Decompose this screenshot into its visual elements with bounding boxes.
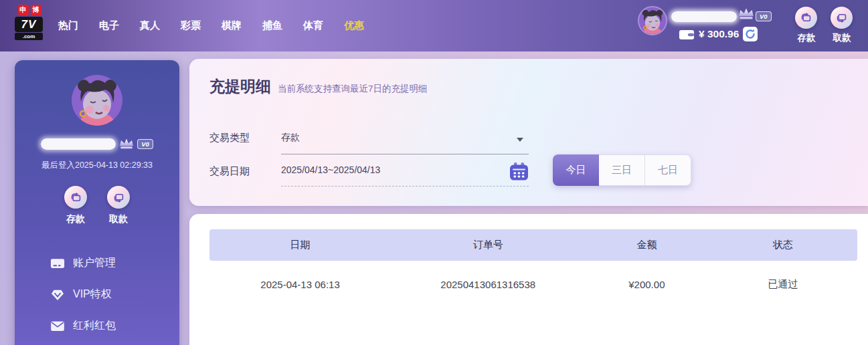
page-title: 充提明细 xyxy=(209,76,271,97)
top-navbar: 申 博 7V .com 热门 电子 真人 彩票 棋牌 捕鱼 体育 优惠 xyxy=(0,0,868,51)
sidebar-item-label: VIP特权 xyxy=(73,288,112,302)
sidebar-item-label: 账户管理 xyxy=(73,256,116,270)
table-row: 2025-04-13 06:13 20250413061316538 ¥200.… xyxy=(209,261,857,308)
deposit-icon xyxy=(800,11,812,24)
sidebar-item-vip[interactable]: VIP特权 xyxy=(15,279,179,310)
tab-three-days[interactable]: 三日 xyxy=(599,154,645,186)
deposit-label: 存款 xyxy=(66,213,85,225)
nav-item-hot[interactable]: 热门 xyxy=(58,19,78,32)
withdraw-button-sidebar[interactable]: 取款 xyxy=(107,186,130,225)
header-amount: 金额 xyxy=(585,239,708,251)
wallet-icon xyxy=(679,29,695,40)
deposit-button-top[interactable] xyxy=(795,7,817,29)
row-date: 2025-04-13 06:13 xyxy=(209,279,391,290)
nav-item-slots[interactable]: 电子 xyxy=(99,19,119,32)
withdraw-button-label: 取款 xyxy=(822,32,862,44)
brand-badge-right: 博 xyxy=(31,5,41,15)
main-nav: 热门 电子 真人 彩票 棋牌 捕鱼 体育 优惠 xyxy=(58,0,364,51)
avatar-image xyxy=(639,7,666,34)
red-envelope-icon xyxy=(50,320,65,332)
brand-logo[interactable]: 申 博 7V .com xyxy=(15,5,44,40)
card-icon xyxy=(50,257,65,269)
row-status: 已通过 xyxy=(708,278,857,291)
transaction-type-label: 交易类型 xyxy=(209,132,250,144)
username-redacted xyxy=(41,138,116,150)
nav-item-promos[interactable]: 优惠 xyxy=(344,19,364,32)
deposit-button-sidebar[interactable]: 存款 xyxy=(64,186,87,225)
withdraw-label: 取款 xyxy=(109,213,128,225)
deposit-button-label: 存款 xyxy=(786,32,827,44)
table-header-row: 日期 订单号 金额 状态 xyxy=(209,229,857,261)
nav-item-live[interactable]: 真人 xyxy=(140,19,160,32)
page: 申 博 7V .com 热门 电子 真人 彩票 棋牌 捕鱼 体育 优惠 xyxy=(0,0,868,345)
nav-item-fishing[interactable]: 捕鱼 xyxy=(262,19,282,32)
calendar-icon[interactable] xyxy=(509,162,529,181)
refresh-balance-button[interactable] xyxy=(743,27,758,41)
row-amount: ¥200.00 xyxy=(585,279,708,290)
sidebar-quick-actions: 存款 取款 xyxy=(15,186,179,225)
sidebar-item-account[interactable]: 账户管理 xyxy=(15,247,179,279)
crown-icon xyxy=(737,7,755,20)
records-panel: 日期 订单号 金额 状态 2025-04-13 06:13 2025041306… xyxy=(189,214,868,345)
crown-icon xyxy=(118,138,135,150)
sidebar-user-row: V0 xyxy=(15,138,179,150)
last-login-text: 最后登入2025-04-13 02:29:33 xyxy=(15,160,179,171)
balance-row: ¥ 300.96 xyxy=(679,27,758,41)
username-redacted xyxy=(671,11,737,22)
sidebar-item-bonus[interactable]: 红利红包 xyxy=(15,310,179,342)
vip-level-badge: V0 xyxy=(137,139,153,149)
tab-today[interactable]: 今日 xyxy=(553,154,599,186)
logo-suffix: .com xyxy=(15,33,43,40)
transaction-date-value: 2025/04/13~2025/04/13 xyxy=(281,164,380,175)
transaction-type-value: 存款 xyxy=(281,132,300,144)
nav-item-lottery[interactable]: 彩票 xyxy=(181,19,201,32)
transaction-date-label: 交易日期 xyxy=(209,165,250,178)
sidebar: V0 最后登入2025-04-13 02:29:33 存款 xyxy=(15,60,179,345)
nav-item-cards[interactable]: 棋牌 xyxy=(222,19,242,32)
balance-amount: ¥ 300.96 xyxy=(699,28,739,40)
date-range-tabs: 今日 三日 七日 xyxy=(553,154,691,186)
header-date: 日期 xyxy=(209,239,391,251)
header-status: 状态 xyxy=(708,239,857,251)
brand-badge-left: 申 xyxy=(18,5,29,15)
sidebar-menu: 账户管理 VIP特权 红利红包 xyxy=(15,247,179,342)
nav-item-sports[interactable]: 体育 xyxy=(303,19,323,32)
vip-level-badge: V0 xyxy=(756,11,772,21)
refresh-icon xyxy=(745,29,756,39)
transaction-type-select[interactable]: 存款 xyxy=(281,126,529,154)
withdraw-icon xyxy=(835,11,848,24)
logo-text: 7V xyxy=(15,17,43,32)
tab-seven-days[interactable]: 七日 xyxy=(645,154,691,186)
avatar-image xyxy=(72,75,122,126)
filters-panel: 充提明细 当前系统支持查询最近7日的充提明细 交易类型 存款 交易日期 2025… xyxy=(189,59,868,206)
transaction-date-input[interactable]: 2025/04/13~2025/04/13 xyxy=(281,159,529,187)
header-order-number: 订单号 xyxy=(391,239,585,251)
deposit-icon xyxy=(64,186,87,209)
page-header: 充提明细 当前系统支持查询最近7日的充提明细 xyxy=(209,76,428,97)
chevron-down-icon xyxy=(517,138,523,142)
page-subtitle: 当前系统支持查询最近7日的充提明细 xyxy=(278,83,428,95)
withdraw-icon xyxy=(107,186,130,209)
user-avatar[interactable] xyxy=(638,6,667,35)
sidebar-avatar xyxy=(72,75,122,126)
withdraw-button-top[interactable] xyxy=(831,7,853,29)
sidebar-item-label: 红利红包 xyxy=(73,319,116,333)
row-order-number: 20250413061316538 xyxy=(391,279,585,290)
brand-badges: 申 博 xyxy=(15,5,44,15)
vip-gem-icon xyxy=(50,288,65,301)
